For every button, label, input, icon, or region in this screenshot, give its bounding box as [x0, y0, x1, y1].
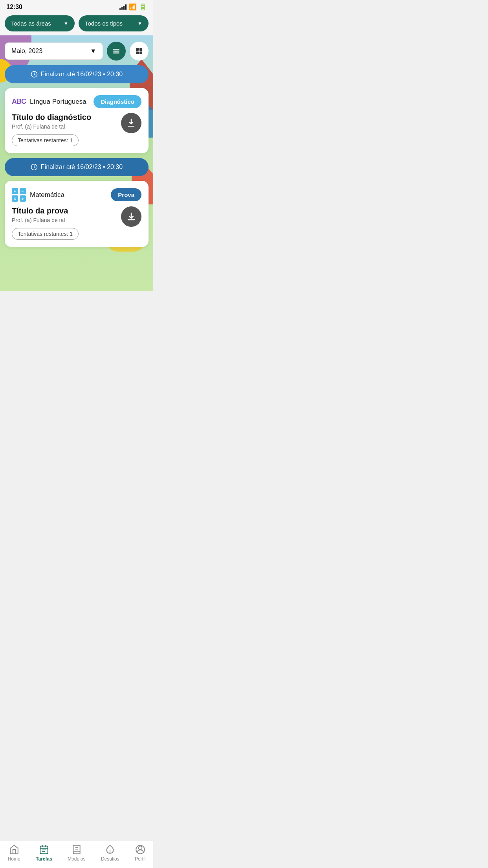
signal-icon [119, 4, 127, 10]
attempts-badge-2: Tentativas restantes: 1 [12, 228, 79, 240]
deadline-text-1: Finalizar até 16/02/23 • 20:30 [41, 71, 123, 78]
subject-row-1: ABC Língua Portuguesa [12, 97, 86, 106]
svg-rect-5 [136, 51, 139, 54]
card-teacher-1: Prof. (a) Fulana de tal [12, 123, 121, 130]
subject-row-2: + − × ÷ Matemática [12, 188, 64, 202]
card-header-1: ABC Língua Portuguesa Diagnóstico [12, 95, 141, 108]
card-body-1: Título do diagnóstico Prof. (a) Fulana d… [12, 113, 141, 146]
math-cell-divide: ÷ [20, 195, 26, 202]
month-selector[interactable]: Maio, 2023 ▼ [5, 42, 103, 60]
card-teacher-2: Prof. (a) Fulana de tal [12, 217, 121, 223]
subject-name-2: Matemática [30, 191, 64, 199]
card-body-2: Título da prova Prof. (a) Fulana de tal … [12, 206, 141, 240]
list-icon [112, 47, 120, 55]
types-chevron-icon: ▼ [138, 21, 142, 26]
month-chevron-icon: ▼ [90, 48, 96, 55]
areas-filter-label: Todas as áreas [11, 20, 51, 27]
download-icon-1 [127, 118, 136, 128]
card-title-1: Título do diagnóstico [12, 113, 121, 122]
types-filter-button[interactable]: Todos os tipos ▼ [79, 15, 149, 31]
math-cell-multiply: × [12, 195, 18, 202]
svg-rect-0 [113, 49, 119, 50]
areas-filter-button[interactable]: Todas as áreas ▼ [5, 15, 75, 31]
types-filter-label: Todos os tipos [85, 20, 123, 27]
battery-icon: 🔋 [139, 3, 147, 11]
month-row: Maio, 2023 ▼ [5, 42, 149, 61]
filter-bar: Todas as áreas ▼ Todos os tipos ▼ [0, 12, 153, 35]
prova-badge[interactable]: Prova [111, 188, 141, 201]
deadline-banner-2: Finalizar até 16/02/23 • 20:30 [5, 158, 149, 176]
math-cell-plus: + [12, 188, 18, 194]
subject-name-1: Língua Portuguesa [30, 98, 86, 106]
status-icons: 📶 🔋 [119, 3, 147, 11]
download-button-1[interactable] [121, 113, 141, 133]
svg-rect-4 [139, 48, 142, 51]
task-card-2: + − × ÷ Matemática Prova Título da prova… [5, 181, 149, 247]
wifi-icon: 📶 [129, 3, 137, 11]
svg-rect-2 [113, 53, 119, 54]
svg-rect-1 [113, 51, 119, 52]
attempts-badge-1: Tentativas restantes: 1 [12, 134, 79, 146]
main-content: Maio, 2023 ▼ Finalizar até 16/02/23 • 20… [0, 35, 153, 291]
grid-view-button[interactable] [130, 42, 149, 61]
grid-icon [135, 47, 143, 55]
list-view-button[interactable] [107, 42, 126, 61]
svg-rect-3 [136, 48, 139, 51]
clock-icon-2 [31, 164, 38, 171]
card-header-2: + − × ÷ Matemática Prova [12, 188, 141, 202]
month-label: Maio, 2023 [11, 48, 42, 55]
deadline-banner-1: Finalizar até 16/02/23 • 20:30 [5, 65, 149, 83]
matematica-icon: + − × ÷ [12, 188, 26, 202]
download-icon-2 [127, 212, 136, 221]
deadline-text-2: Finalizar até 16/02/23 • 20:30 [41, 164, 123, 171]
download-button-2[interactable] [121, 206, 141, 227]
svg-rect-6 [139, 51, 142, 54]
clock-icon-1 [31, 71, 38, 78]
task-card-1: ABC Língua Portuguesa Diagnóstico Título… [5, 88, 149, 153]
areas-chevron-icon: ▼ [64, 21, 68, 26]
card-info-2: Título da prova Prof. (a) Fulana de tal … [12, 206, 121, 240]
card-title-2: Título da prova [12, 206, 121, 215]
math-cell-minus: − [20, 188, 26, 194]
status-bar: 12:30 📶 🔋 [0, 0, 153, 12]
diagnostico-badge[interactable]: Diagnóstico [94, 95, 141, 108]
card-info-1: Título do diagnóstico Prof. (a) Fulana d… [12, 113, 121, 146]
status-time: 12:30 [6, 4, 22, 11]
lingua-portuguesa-icon: ABC [12, 97, 26, 106]
